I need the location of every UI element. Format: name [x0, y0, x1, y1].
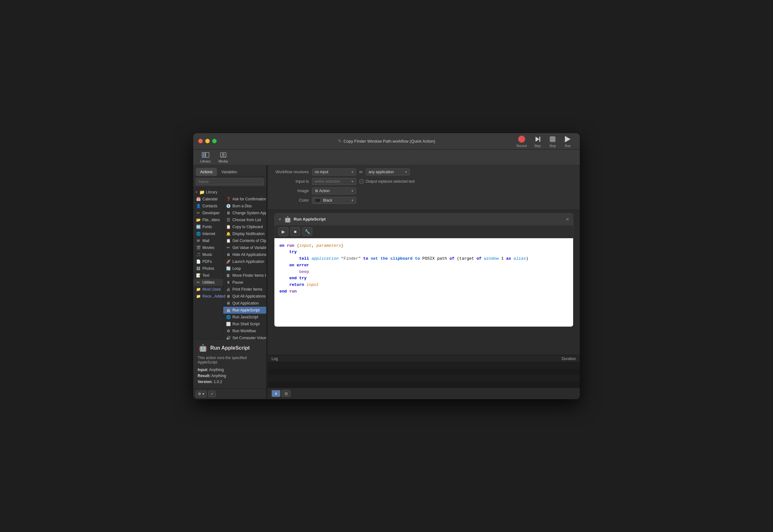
list-item[interactable]: 🖥 Quit All Applications	[223, 293, 266, 300]
list-view-button[interactable]: ≡	[271, 390, 280, 397]
sidebar-item-utilities[interactable]: ✂ Utilities	[193, 279, 223, 286]
action-close-button[interactable]: ✕	[566, 217, 569, 222]
action-play-button[interactable]: ▶	[278, 227, 288, 236]
set-volume-icon: 🔊	[226, 335, 231, 340]
sidebar-tree: ▼ 📁 Library 📅 Calendar 👤 Contacts	[193, 187, 266, 340]
sidebar-item-internet[interactable]: 🌐 Internet	[193, 230, 223, 237]
info-title-row: 🤖 Run AppleScript	[198, 343, 262, 353]
move-trash-icon: 🗑	[226, 273, 231, 278]
grid-view-button[interactable]: ⊞	[282, 390, 290, 397]
step-icon	[533, 135, 542, 144]
sidebar-item-recently-added[interactable]: 📁 Rece...Added	[193, 293, 223, 300]
sidebar-item-files[interactable]: 📂 File...lders	[193, 216, 223, 223]
sidebar-item-most-used[interactable]: 📁 Most Used	[193, 286, 223, 293]
info-action-title: Run AppleScript	[210, 345, 250, 351]
action-wrench-button[interactable]: 🔧	[302, 227, 312, 236]
categories-column: 📅 Calendar 👤 Contacts ✂ Developer 📂	[193, 196, 223, 340]
workflow-app-select[interactable]: any application ▾	[366, 168, 410, 175]
step-button[interactable]: Step	[531, 133, 544, 149]
collapse-icon[interactable]: ▼	[278, 217, 282, 221]
stop-button[interactable]: Stop	[546, 133, 560, 149]
sidebar-item-mail[interactable]: ✉ Mail	[193, 237, 223, 244]
color-label: Color	[274, 198, 309, 203]
check-button[interactable]: ✓	[208, 391, 216, 397]
sidebar-item-fonts[interactable]: 🔤 Fonts	[193, 223, 223, 230]
tab-actions[interactable]: Actions	[196, 168, 217, 176]
sidebar-item-movies[interactable]: 🎬 Movies	[193, 244, 223, 251]
chevron-down-icon: ▾	[405, 170, 407, 174]
chevron-down-icon: ▾	[351, 179, 353, 184]
code-editor[interactable]: on run {input, parameters} try tell appl…	[274, 238, 573, 327]
library-chevron: ▼	[195, 191, 198, 194]
ask-confirmation-icon: ❓	[226, 197, 231, 202]
sidebar-item-photos[interactable]: 🖼 Photos	[193, 265, 223, 272]
close-button[interactable]	[198, 139, 203, 143]
list-item[interactable]: ⬜ Run Shell Script	[223, 321, 266, 328]
media-button[interactable]: Media	[215, 150, 231, 164]
sidebar-item-pdfs[interactable]: 📄 PDFs	[193, 258, 223, 265]
workflow-image-select[interactable]: ⚙ Action ▾	[312, 187, 356, 194]
sidebar-item-calendar[interactable]: 📅 Calendar	[193, 196, 223, 203]
svg-rect-3	[203, 153, 205, 157]
log-row	[268, 375, 580, 381]
photos-icon: 🖼	[196, 266, 201, 271]
action-toolbar: ▶ ■ 🔧	[274, 225, 573, 238]
svg-rect-4	[206, 152, 209, 157]
workflow-color-select[interactable]: Black ▾	[312, 197, 356, 204]
list-item[interactable]: 🔄 Loop	[223, 265, 266, 272]
traffic-lights	[198, 139, 217, 143]
document-icon: ✎	[338, 139, 342, 144]
list-item[interactable]: ⚙ Run Workflow	[223, 328, 266, 334]
action-title: Run AppleScript	[294, 217, 563, 222]
sidebar-item-contacts[interactable]: 👤 Contacts	[193, 203, 223, 210]
workflow-header: Workflow receives no input ▾ in any appl…	[268, 165, 580, 210]
sidebar-item-music[interactable]: 🎵 Music	[193, 251, 223, 258]
action-stop-button[interactable]: ■	[290, 227, 300, 236]
duration-label: Duration	[544, 357, 576, 361]
receives-label: Workflow receives	[274, 169, 309, 174]
fonts-icon: 🔤	[196, 224, 201, 229]
workflow-receives-select[interactable]: no input ▾	[312, 168, 356, 175]
list-item[interactable]: ⏸ Pause	[223, 279, 266, 286]
list-item[interactable]: ✂ Get Value of Variable	[223, 244, 266, 251]
list-item[interactable]: ☰ Choose from List	[223, 216, 266, 223]
sidebar: Actions Variables ▼ 📁 Library	[193, 165, 266, 399]
run-button[interactable]: Run	[561, 133, 575, 149]
library-button[interactable]: Library	[197, 150, 214, 164]
contacts-icon: 👤	[196, 204, 201, 209]
maximize-button[interactable]	[212, 139, 217, 143]
list-item[interactable]: 📋 Get Contents of Clipboard	[223, 237, 266, 244]
tab-variables[interactable]: Variables	[217, 168, 241, 176]
list-item[interactable]: ❓ Ask for Confirmation	[223, 196, 266, 203]
list-item[interactable]: 💿 Burn a Disc	[223, 203, 266, 210]
output-replaces-checkbox[interactable]	[359, 179, 364, 184]
info-panel: 🤖 Run AppleScript This action runs the s…	[193, 340, 266, 388]
list-item[interactable]: 🖥 Quit Application	[223, 300, 266, 307]
list-item[interactable]: 🔊 Set Computer Volume	[223, 334, 266, 340]
sidebar-item-text[interactable]: 📝 Text	[193, 272, 223, 279]
window-title: ✎ Copy FInder Window Path.workflow (Quic…	[338, 139, 435, 144]
list-item[interactable]: 🗑 Move Finder Items to Trash	[223, 272, 266, 279]
library-icon	[202, 151, 209, 159]
chevron-down-icon: ▾	[351, 198, 353, 203]
settings-button[interactable]: ⚙ ▾	[196, 391, 206, 397]
list-item[interactable]: 🚀 Launch Application	[223, 258, 266, 265]
list-item[interactable]: 📋 Copy to Clipboard	[223, 223, 266, 230]
gear-icon: ⚙	[198, 392, 201, 396]
library-root[interactable]: ▼ 📁 Library	[193, 189, 266, 196]
list-item[interactable]: 🔔 Display Notification	[223, 230, 266, 237]
list-item[interactable]: 🖨 Print Finder Items	[223, 286, 266, 293]
print-items-icon: 🖨	[226, 287, 231, 292]
workflow-input-select[interactable]: entire selection ▾	[312, 178, 356, 185]
utilities-items-column: ❓ Ask for Confirmation 💿 Burn a Disc 🖥 C…	[223, 196, 266, 340]
list-item[interactable]: 🌐 Run JavaScript	[223, 314, 266, 321]
developer-icon: ✂	[196, 210, 201, 216]
record-button[interactable]: Record	[514, 133, 529, 149]
sidebar-item-developer[interactable]: ✂ Developer	[193, 210, 223, 216]
recently-added-icon: 📁	[196, 294, 201, 299]
list-item[interactable]: 🖥 Change System Appearance	[223, 210, 266, 216]
list-item-run-applescript[interactable]: 🤖 Run AppleScript	[223, 307, 266, 314]
search-input[interactable]	[196, 178, 264, 185]
list-item[interactable]: 🖥 Hide All Applications	[223, 251, 266, 258]
minimize-button[interactable]	[205, 139, 210, 143]
